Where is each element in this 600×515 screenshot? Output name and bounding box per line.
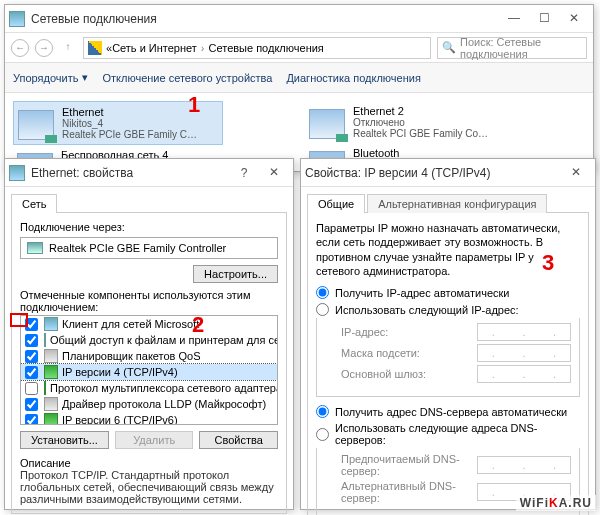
tab-alternate[interactable]: Альтернативная конфигурация <box>367 194 547 213</box>
forward-button[interactable]: → <box>35 39 53 57</box>
radio-ip-auto[interactable]: Получить IP-адрес автоматически <box>316 286 580 299</box>
tab-general[interactable]: Общие <box>307 194 365 213</box>
address-bar: ← → ↑ « Сеть и Интернет › Сетевые подклю… <box>5 33 593 63</box>
cmd-organize[interactable]: Упорядочить▾ <box>13 71 88 84</box>
checkbox[interactable] <box>25 366 38 379</box>
ipv4-intro: Параметры IP можно назначать автоматичес… <box>316 221 580 278</box>
ethernet-properties-dialog: Ethernet: свойства ? ✕ Сеть Подключение … <box>4 158 294 510</box>
configure-button[interactable]: Настроить... <box>193 265 278 283</box>
search-input[interactable]: 🔍 Поиск: Сетевые подключения <box>437 37 587 59</box>
component-icon <box>44 349 58 363</box>
radio-dns-auto[interactable]: Получить адрес DNS-сервера автоматически <box>316 405 580 418</box>
checkbox[interactable] <box>25 334 38 347</box>
label-ip: IP-адрес: <box>341 326 469 338</box>
annotation-1: 1 <box>188 92 200 118</box>
props-tabs: Сеть <box>11 193 287 213</box>
minimize-button[interactable]: — <box>499 9 529 29</box>
cmd-diagnose[interactable]: Диагностика подключения <box>286 72 420 84</box>
adapter-display: Realtek PCIe GBE Family Controller <box>20 237 278 259</box>
component-icon <box>44 365 58 379</box>
label-gateway: Основной шлюз: <box>341 368 469 380</box>
description-block: Описание Протокол TCP/IP. Стандартный пр… <box>20 457 278 505</box>
install-button[interactable]: Установить... <box>20 431 109 449</box>
annotation-3: 3 <box>542 250 554 276</box>
watermark: WiFiKA.RU <box>516 495 596 511</box>
close-button[interactable]: ✕ <box>559 9 589 29</box>
input-ip: ... <box>477 323 571 341</box>
component-buttons: Установить... Удалить Свойства <box>20 431 278 449</box>
connect-via-label: Подключение через: <box>20 221 278 233</box>
explorer-titlebar: Сетевые подключения — ☐ ✕ <box>5 5 593 33</box>
radio[interactable] <box>316 405 329 418</box>
ip-fields-group: IP-адрес:... Маска подсети:... Основной … <box>316 318 580 397</box>
properties-button[interactable]: Свойства <box>199 431 278 449</box>
connection-device: Realtek PCIe GBE Family C… <box>62 129 197 140</box>
connection-info: Ethernet Nikitos_4 Realtek PCIe GBE Fami… <box>62 106 197 140</box>
input-dns1: ... <box>477 456 571 474</box>
explorer-window: Сетевые подключения — ☐ ✕ ← → ↑ « Сеть и… <box>4 4 594 172</box>
checkbox[interactable] <box>25 398 38 411</box>
radio[interactable] <box>316 303 329 316</box>
breadcrumb[interactable]: « Сеть и Интернет › Сетевые подключения <box>83 37 431 59</box>
props-title: Ethernet: свойства <box>31 166 229 180</box>
crumb-2[interactable]: Сетевые подключения <box>209 42 324 54</box>
close-button[interactable]: ✕ <box>259 163 289 183</box>
network-icon <box>9 165 25 181</box>
label-dns1: Предпочитаемый DNS-сервер: <box>341 453 469 477</box>
connection-status: Отключено <box>353 117 488 128</box>
connection-device: Realtek PCI GBE Family Co… <box>353 128 488 139</box>
network-icon <box>9 11 25 27</box>
description-text: Протокол TCP/IP. Стандартный протокол гл… <box>20 469 278 505</box>
components-label: Отмеченные компоненты используются этим … <box>20 289 278 313</box>
close-button[interactable]: ✕ <box>561 163 591 183</box>
list-item[interactable]: Драйвер протокола LLDP (Майкрософт) <box>21 396 277 412</box>
input-mask: ... <box>477 344 571 362</box>
nic-icon <box>309 109 345 139</box>
label-dns2: Альтернативный DNS-сервер: <box>341 480 469 504</box>
list-item[interactable]: Планировщик пакетов QoS <box>21 348 277 364</box>
window-buttons: — ☐ ✕ <box>499 9 589 29</box>
connection-status: Nikitos_4 <box>62 118 197 129</box>
list-item[interactable]: Протокол мультиплексора сетевого адаптер… <box>21 380 277 396</box>
nic-icon <box>18 110 54 140</box>
connection-name: Ethernet 2 <box>353 105 488 117</box>
maximize-button[interactable]: ☐ <box>529 9 559 29</box>
up-button[interactable]: ↑ <box>59 39 77 57</box>
list-item-ipv4[interactable]: IP версии 4 (TCP/IPv4) <box>21 364 277 380</box>
adapter-icon <box>27 242 43 254</box>
components-list[interactable]: Клиент для сетей Microsoft Общий доступ … <box>20 315 278 425</box>
radio-ip-manual[interactable]: Использовать следующий IP-адрес: <box>316 303 580 316</box>
uninstall-button: Удалить <box>115 431 194 449</box>
component-icon <box>44 317 58 331</box>
list-item[interactable]: IP версии 6 (TCP/IPv6) <box>21 412 277 425</box>
description-heading: Описание <box>20 457 278 469</box>
ipv4-titlebar: Свойства: IP версии 4 (TCP/IPv4) ✕ <box>301 159 595 187</box>
annotation-highlight <box>10 313 28 327</box>
tab-network[interactable]: Сеть <box>11 194 57 213</box>
adapter-name: Realtek PCIe GBE Family Controller <box>49 242 226 254</box>
explorer-title: Сетевые подключения <box>31 12 499 26</box>
component-icon <box>44 333 46 347</box>
radio-dns-manual[interactable]: Использовать следующие адреса DNS-сервер… <box>316 422 580 446</box>
ipv4-title: Свойства: IP версии 4 (TCP/IPv4) <box>305 166 561 180</box>
radio[interactable] <box>316 286 329 299</box>
label-mask: Маска подсети: <box>341 347 469 359</box>
checkbox[interactable] <box>25 414 38 426</box>
list-item[interactable]: Общий доступ к файлам и принтерам для се… <box>21 332 277 348</box>
back-button[interactable]: ← <box>11 39 29 57</box>
props-titlebar: Ethernet: свойства ? ✕ <box>5 159 293 187</box>
checkbox[interactable] <box>25 382 38 395</box>
radio[interactable] <box>316 428 329 441</box>
component-icon <box>44 381 46 395</box>
checkbox[interactable] <box>25 350 38 363</box>
list-item[interactable]: Клиент для сетей Microsoft <box>21 316 277 332</box>
annotation-2: 2 <box>192 312 204 338</box>
command-bar: Упорядочить▾ Отключение сетевого устройс… <box>5 63 593 93</box>
search-placeholder: Поиск: Сетевые подключения <box>460 36 582 60</box>
chevron-down-icon: ▾ <box>82 71 88 84</box>
connection-ethernet2[interactable]: Ethernet 2 Отключено Realtek PCI GBE Fam… <box>305 101 515 143</box>
component-icon <box>44 413 58 425</box>
cmd-disable[interactable]: Отключение сетевого устройства <box>102 72 272 84</box>
help-button[interactable]: ? <box>229 166 259 180</box>
crumb-1[interactable]: Сеть и Интернет <box>112 42 197 54</box>
